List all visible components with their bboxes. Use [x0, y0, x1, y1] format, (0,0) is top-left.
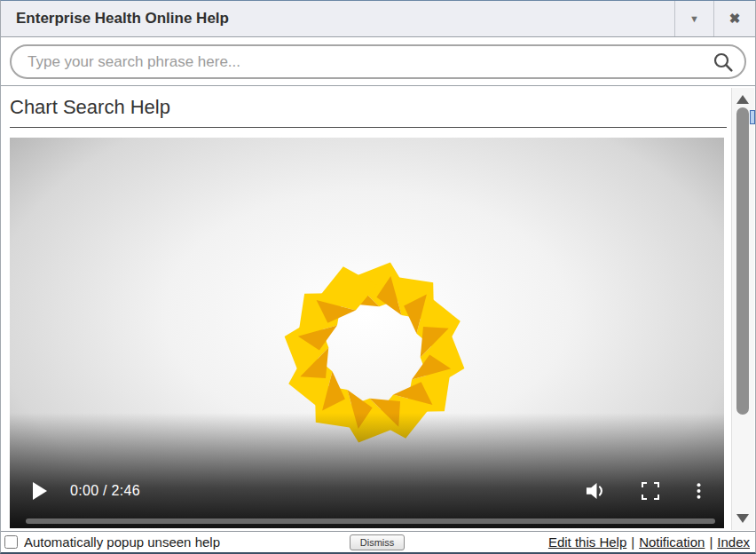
- link-separator: |: [709, 534, 713, 550]
- close-button[interactable]: ✖: [713, 1, 755, 36]
- footer-links: Edit this Help | Notification | Index: [405, 534, 750, 550]
- edit-this-help-link[interactable]: Edit this Help: [548, 534, 626, 550]
- search-box[interactable]: [10, 44, 746, 79]
- scrollbar-thumb[interactable]: [736, 107, 749, 415]
- fullscreen-icon: [642, 482, 659, 500]
- video-controls-gradient: [10, 413, 724, 528]
- window-title: Enterprise Health Online Help: [1, 1, 674, 36]
- video-controls-bar: 0:00 / 2:46: [10, 473, 724, 509]
- vertical-scrollbar[interactable]: [731, 88, 754, 530]
- close-icon: ✖: [729, 11, 741, 27]
- help-dialog-window: Enterprise Health Online Help ▼ ✖ Chart …: [0, 0, 756, 554]
- footer-bar: Automatically popup unseen help Dismiss …: [1, 531, 755, 552]
- search-icon[interactable]: [713, 51, 734, 73]
- title-bar[interactable]: Enterprise Health Online Help ▼ ✖: [1, 1, 755, 37]
- video-progress-bar[interactable]: [26, 518, 715, 524]
- auto-popup-group: Automatically popup unseen help: [4, 534, 350, 550]
- play-button[interactable]: [33, 482, 47, 500]
- video-menu-button[interactable]: [697, 481, 701, 501]
- auto-popup-label: Automatically popup unseen help: [24, 534, 220, 550]
- scroll-down-arrow-icon[interactable]: [736, 514, 749, 523]
- chevron-down-icon: ▼: [689, 13, 699, 24]
- index-link[interactable]: Index: [717, 534, 750, 550]
- fullscreen-button[interactable]: [642, 482, 659, 500]
- search-input[interactable]: [26, 52, 713, 72]
- volume-button[interactable]: [586, 482, 606, 500]
- notification-link[interactable]: Notification: [639, 534, 705, 550]
- vertical-dots-icon: [697, 481, 701, 501]
- collapse-button[interactable]: ▼: [674, 1, 713, 36]
- video-time-display: 0:00 / 2:46: [70, 483, 140, 499]
- page-title: Chart Search Help: [10, 96, 727, 119]
- heading-divider: [10, 127, 727, 128]
- obscured-link-fragment: [750, 110, 755, 124]
- video-player[interactable]: 0:00 / 2:46: [10, 138, 724, 528]
- auto-popup-checkbox[interactable]: [4, 535, 18, 549]
- link-separator: |: [631, 534, 634, 550]
- scroll-up-arrow-icon[interactable]: [736, 95, 749, 104]
- speaker-icon: [586, 482, 606, 500]
- help-content-area: Chart Search Help: [1, 87, 755, 531]
- search-section: [1, 37, 755, 86]
- dismiss-button[interactable]: Dismiss: [350, 534, 406, 550]
